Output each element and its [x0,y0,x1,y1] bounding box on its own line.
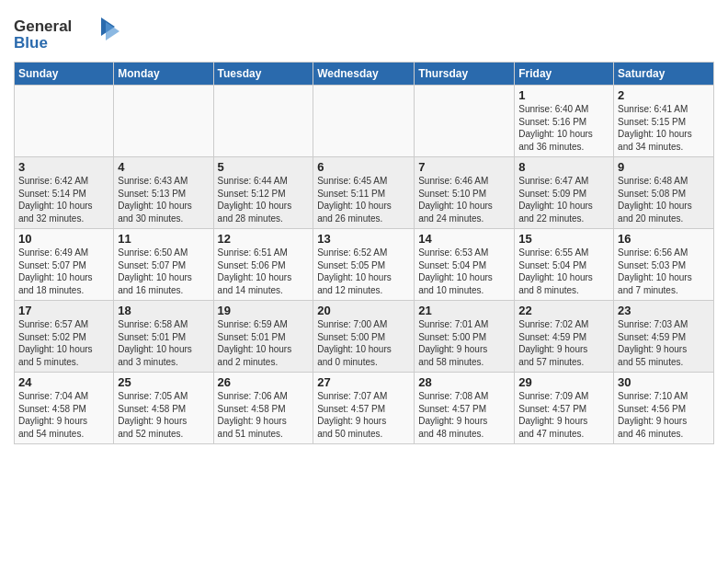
calendar-header-row: SundayMondayTuesdayWednesdayThursdayFrid… [15,63,714,86]
day-number: 5 [218,160,310,174]
day-info: Sunrise: 6:46 AM Sunset: 5:10 PM Dayligh… [418,175,510,224]
calendar-cell: 1Sunrise: 6:40 AM Sunset: 5:16 PM Daylig… [515,86,614,157]
calendar-cell: 22Sunrise: 7:02 AM Sunset: 4:59 PM Dayli… [515,301,614,373]
day-number: 18 [118,304,209,317]
weekday-header: Saturday [614,63,714,86]
day-info: Sunrise: 7:00 AM Sunset: 5:00 PM Dayligh… [317,318,410,368]
calendar-cell [415,86,515,157]
calendar-cell: 6Sunrise: 6:45 AM Sunset: 5:11 PM Daylig… [313,157,415,229]
svg-text:General: General [14,17,72,35]
day-info: Sunrise: 7:02 AM Sunset: 4:59 PM Dayligh… [518,318,609,368]
day-info: Sunrise: 6:55 AM Sunset: 5:04 PM Dayligh… [518,247,609,296]
calendar-cell: 13Sunrise: 6:52 AM Sunset: 5:05 PM Dayli… [313,229,415,301]
day-number: 11 [118,232,209,246]
day-number: 25 [118,375,209,389]
day-number: 9 [618,160,710,174]
day-info: Sunrise: 6:47 AM Sunset: 5:09 PM Dayligh… [518,175,609,224]
day-number: 28 [418,375,510,389]
day-number: 24 [18,375,109,389]
weekday-header: Thursday [415,63,515,86]
calendar-cell: 3Sunrise: 6:42 AM Sunset: 5:14 PM Daylig… [15,157,114,229]
calendar-cell: 21Sunrise: 7:01 AM Sunset: 5:00 PM Dayli… [415,301,515,373]
day-info: Sunrise: 7:08 AM Sunset: 4:57 PM Dayligh… [418,390,510,440]
day-number: 19 [218,304,310,317]
day-number: 30 [618,375,710,389]
day-info: Sunrise: 6:52 AM Sunset: 5:05 PM Dayligh… [317,247,410,296]
calendar-week-row: 24Sunrise: 7:04 AM Sunset: 4:58 PM Dayli… [15,373,714,444]
calendar-cell: 15Sunrise: 6:55 AM Sunset: 5:04 PM Dayli… [515,229,614,301]
calendar-cell: 4Sunrise: 6:43 AM Sunset: 5:13 PM Daylig… [114,157,213,229]
calendar-cell: 5Sunrise: 6:44 AM Sunset: 5:12 PM Daylig… [213,157,313,229]
calendar-week-row: 3Sunrise: 6:42 AM Sunset: 5:14 PM Daylig… [15,157,714,229]
weekday-header: Wednesday [313,63,415,86]
day-info: Sunrise: 6:43 AM Sunset: 5:13 PM Dayligh… [118,175,209,224]
day-number: 22 [518,304,609,317]
day-number: 6 [317,160,410,174]
calendar-cell: 7Sunrise: 6:46 AM Sunset: 5:10 PM Daylig… [415,157,515,229]
calendar-table: SundayMondayTuesdayWednesdayThursdayFrid… [14,62,714,444]
calendar-cell: 2Sunrise: 6:41 AM Sunset: 5:15 PM Daylig… [614,86,714,157]
day-info: Sunrise: 6:45 AM Sunset: 5:11 PM Dayligh… [317,175,410,224]
day-info: Sunrise: 6:59 AM Sunset: 5:01 PM Dayligh… [218,318,310,368]
day-info: Sunrise: 6:48 AM Sunset: 5:08 PM Dayligh… [618,175,710,224]
calendar-body: 1Sunrise: 6:40 AM Sunset: 5:16 PM Daylig… [15,86,714,444]
calendar-cell [313,86,415,157]
day-info: Sunrise: 6:40 AM Sunset: 5:16 PM Dayligh… [518,103,609,153]
calendar-cell: 12Sunrise: 6:51 AM Sunset: 5:06 PM Dayli… [213,229,313,301]
calendar-cell [15,86,114,157]
day-number: 3 [18,160,109,174]
day-number: 10 [18,232,109,246]
calendar-container: General Blue SundayMondayTuesdayWednesda… [0,0,728,449]
day-number: 27 [317,375,410,389]
day-info: Sunrise: 6:44 AM Sunset: 5:12 PM Dayligh… [218,175,310,224]
calendar-week-row: 10Sunrise: 6:49 AM Sunset: 5:07 PM Dayli… [15,229,714,301]
calendar-cell: 23Sunrise: 7:03 AM Sunset: 4:59 PM Dayli… [614,301,714,373]
header: General Blue [14,9,714,58]
calendar-cell: 18Sunrise: 6:58 AM Sunset: 5:01 PM Dayli… [114,301,213,373]
day-info: Sunrise: 6:56 AM Sunset: 5:03 PM Dayligh… [618,247,710,296]
calendar-week-row: 17Sunrise: 6:57 AM Sunset: 5:02 PM Dayli… [15,301,714,373]
day-info: Sunrise: 7:09 AM Sunset: 4:57 PM Dayligh… [518,390,609,440]
logo-text: General Blue [14,13,124,58]
day-info: Sunrise: 6:41 AM Sunset: 5:15 PM Dayligh… [618,103,710,153]
day-info: Sunrise: 6:49 AM Sunset: 5:07 PM Dayligh… [18,247,109,296]
calendar-cell: 19Sunrise: 6:59 AM Sunset: 5:01 PM Dayli… [213,301,313,373]
day-number: 12 [218,232,310,246]
day-number: 20 [317,304,410,317]
day-info: Sunrise: 7:05 AM Sunset: 4:58 PM Dayligh… [118,390,209,440]
calendar-cell: 14Sunrise: 6:53 AM Sunset: 5:04 PM Dayli… [415,229,515,301]
calendar-cell: 28Sunrise: 7:08 AM Sunset: 4:57 PM Dayli… [415,373,515,444]
day-info: Sunrise: 6:50 AM Sunset: 5:07 PM Dayligh… [118,247,209,296]
svg-text:Blue: Blue [14,34,48,52]
calendar-cell: 10Sunrise: 6:49 AM Sunset: 5:07 PM Dayli… [15,229,114,301]
calendar-cell: 30Sunrise: 7:10 AM Sunset: 4:56 PM Dayli… [614,373,714,444]
calendar-cell [213,86,313,157]
calendar-cell: 24Sunrise: 7:04 AM Sunset: 4:58 PM Dayli… [15,373,114,444]
day-number: 15 [518,232,609,246]
calendar-cell: 16Sunrise: 6:56 AM Sunset: 5:03 PM Dayli… [614,229,714,301]
day-number: 13 [317,232,410,246]
day-info: Sunrise: 6:57 AM Sunset: 5:02 PM Dayligh… [18,318,109,368]
calendar-cell: 17Sunrise: 6:57 AM Sunset: 5:02 PM Dayli… [15,301,114,373]
calendar-week-row: 1Sunrise: 6:40 AM Sunset: 5:16 PM Daylig… [15,86,714,157]
weekday-header: Tuesday [213,63,313,86]
day-number: 23 [618,304,710,317]
logo: General Blue [14,13,124,58]
weekday-header: Friday [515,63,614,86]
calendar-cell [114,86,213,157]
weekday-header: Monday [114,63,213,86]
day-info: Sunrise: 7:06 AM Sunset: 4:58 PM Dayligh… [218,390,310,440]
day-info: Sunrise: 7:03 AM Sunset: 4:59 PM Dayligh… [618,318,710,368]
calendar-cell: 8Sunrise: 6:47 AM Sunset: 5:09 PM Daylig… [515,157,614,229]
day-info: Sunrise: 6:42 AM Sunset: 5:14 PM Dayligh… [18,175,109,224]
day-info: Sunrise: 7:01 AM Sunset: 5:00 PM Dayligh… [418,318,510,368]
day-number: 16 [618,232,710,246]
weekday-header: Sunday [15,63,114,86]
day-info: Sunrise: 6:58 AM Sunset: 5:01 PM Dayligh… [118,318,209,368]
day-number: 7 [418,160,510,174]
calendar-cell: 26Sunrise: 7:06 AM Sunset: 4:58 PM Dayli… [213,373,313,444]
day-number: 26 [218,375,310,389]
day-number: 14 [418,232,510,246]
day-number: 4 [118,160,209,174]
day-info: Sunrise: 6:51 AM Sunset: 5:06 PM Dayligh… [218,247,310,296]
